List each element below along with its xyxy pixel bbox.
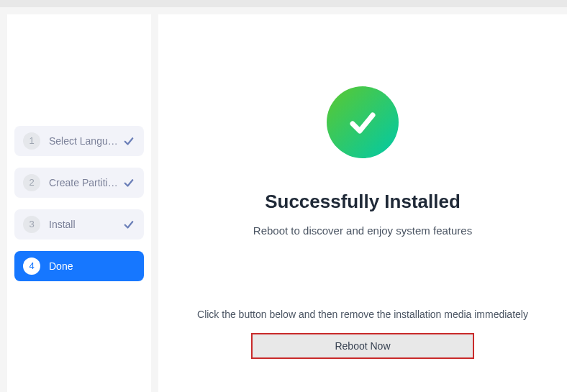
check-icon xyxy=(122,218,135,231)
step-label: Select Langu… xyxy=(49,135,118,147)
sidebar-step-select-language[interactable]: 1 Select Langu… xyxy=(14,126,144,156)
step-label: Done xyxy=(49,260,135,272)
step-label: Install xyxy=(49,219,118,230)
page-title: Successfully Installed xyxy=(265,191,461,213)
sidebar-step-install[interactable]: 3 Install xyxy=(14,209,144,240)
step-number: 3 xyxy=(23,216,40,233)
top-bar xyxy=(0,0,567,7)
check-icon xyxy=(122,135,135,147)
reboot-button[interactable]: Reboot Now xyxy=(251,333,474,359)
sidebar-step-create-partition[interactable]: 2 Create Partiti… xyxy=(14,168,144,198)
step-number: 2 xyxy=(23,174,40,191)
sidebar: 1 Select Langu… 2 Create Partiti… 3 Inst… xyxy=(7,14,151,392)
main-container: 1 Select Langu… 2 Create Partiti… 3 Inst… xyxy=(0,7,567,392)
step-number: 1 xyxy=(23,132,40,150)
success-check-icon xyxy=(327,86,399,158)
instruction-text: Click the button below and then remove t… xyxy=(197,309,528,320)
main-panel: Successfully Installed Reboot to discove… xyxy=(158,14,567,392)
page-subtitle: Reboot to discover and enjoy system feat… xyxy=(253,224,472,237)
check-icon xyxy=(122,176,135,189)
sidebar-step-done[interactable]: 4 Done xyxy=(14,251,144,281)
step-number: 4 xyxy=(23,257,40,275)
step-label: Create Partiti… xyxy=(49,177,118,188)
